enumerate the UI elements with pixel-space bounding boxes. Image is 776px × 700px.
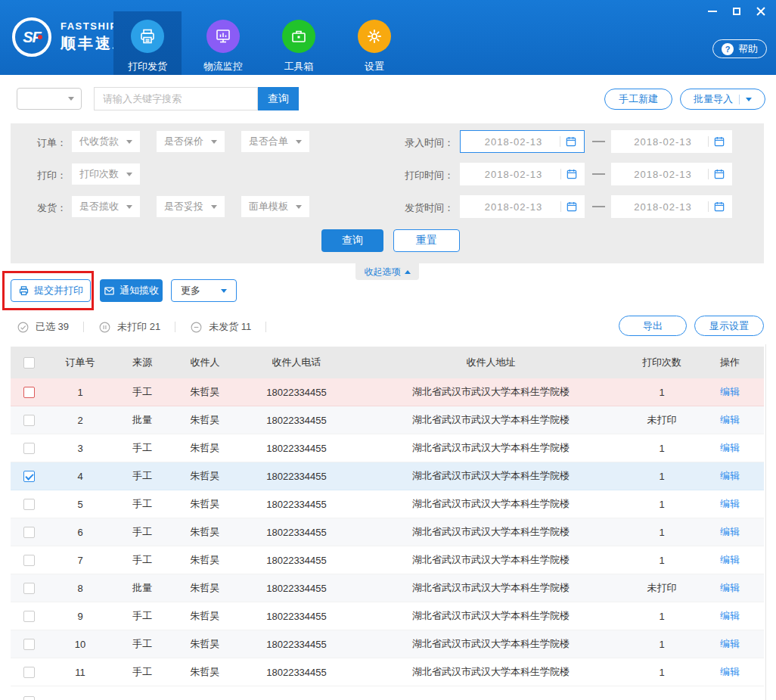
row-checkbox[interactable] [23,696,35,700]
table-row: 8 批量 朱哲昊 18022334455 湖北省武汉市武汉大学本科生学院楼 未打… [11,574,764,602]
nav-tab-settings[interactable]: 设置 [340,0,408,75]
dropdown-cod[interactable]: 代收货款 [72,131,140,152]
edit-link[interactable]: 编辑 [720,442,740,453]
dropdown-picked-up[interactable]: 是否揽收 [72,196,140,217]
cell-print-count: 1 [628,499,696,510]
help-button[interactable]: ? 帮助 [712,39,767,58]
row-checkbox[interactable] [23,471,35,482]
cell-order-id: 8 [47,583,113,594]
cell-phone: 18022334455 [239,443,354,454]
cell-address: 湖北省武汉市武汉大学本科生学院楼 [354,469,628,483]
keyword-query-button[interactable]: 查询 [258,87,299,110]
cell-recipient: 朱哲昊 [171,441,239,455]
cell-address: 湖北省武汉市武汉大学本科生学院楼 [354,665,628,679]
cell-source: 手工 [113,665,171,679]
row-checkbox[interactable] [23,415,35,426]
ship-time-to[interactable]: 2018-02-13 [611,195,732,218]
ship-filter-label: 发货： [12,201,67,215]
notify-pickup-button[interactable]: 通知揽收 [100,279,163,302]
filter-query-button[interactable]: 查询 [321,229,383,252]
table-row-partial [11,686,764,700]
edit-link[interactable]: 编辑 [720,498,740,509]
select-all-checkbox[interactable] [23,357,35,369]
row-checkbox[interactable] [23,639,35,650]
cell-order-id: 10 [47,639,113,650]
cell-source: 手工 [113,525,171,539]
filter-reset-button[interactable]: 重置 [393,229,460,252]
entry-time-from[interactable]: 2018-02-13 [460,130,585,153]
circled-pause-icon [98,321,111,334]
entry-time-label: 录入时间： [393,136,454,150]
row-checkbox[interactable] [23,499,35,510]
row-checkbox[interactable] [23,527,35,538]
display-settings-button[interactable]: 显示设置 [694,316,764,336]
cell-order-id: 9 [47,611,113,622]
sf-logo: SF [12,17,51,57]
dropdown-merge-order[interactable]: 是否合单 [241,131,309,152]
collapse-options-toggle[interactable]: 收起选项 [355,263,419,280]
col-header-print-count: 打印次数 [628,356,696,369]
printer-icon [18,285,29,297]
cell-address: 湖北省武汉市武汉大学本科生学院楼 [354,609,628,623]
edit-link[interactable]: 编辑 [720,386,740,397]
keyword-search-input[interactable] [94,87,258,110]
entry-time-to[interactable]: 2018-02-13 [611,130,732,153]
dropdown-waybill-template[interactable]: 面单模板 [241,196,309,217]
edit-link[interactable]: 编辑 [720,610,740,621]
header: SF FASTSHIP 顺丰速发 打印发货 [0,0,776,75]
window-controls [706,5,767,17]
row-checkbox[interactable] [23,583,35,594]
row-checkbox[interactable] [23,667,35,678]
print-time-to[interactable]: 2018-02-13 [611,163,732,185]
cell-address: 湖北省武汉市武汉大学本科生学院楼 [354,413,628,427]
date-range-dash [592,173,605,175]
maximize-icon[interactable] [731,5,743,17]
table-row: 3 手工 朱哲昊 18022334455 湖北省武汉市武汉大学本科生学院楼 1 … [11,434,764,462]
cell-recipient: 朱哲昊 [171,497,239,511]
print-time-from[interactable]: 2018-02-13 [460,163,585,185]
nav-label: 工具箱 [284,60,314,73]
batch-import-button[interactable]: 批量导入 [680,89,765,110]
edit-link[interactable]: 编辑 [720,470,740,481]
edit-link[interactable]: 编辑 [720,526,740,537]
dropdown-print-count[interactable]: 打印次数 [72,163,140,185]
gear-icon [358,20,391,53]
nav-tab-logistics-monitor[interactable]: 物流监控 [189,0,257,75]
edit-link[interactable]: 编辑 [720,638,740,649]
row-checkbox[interactable] [23,443,35,454]
row-checkbox[interactable] [23,611,35,622]
cell-order-id: 5 [47,499,113,510]
chevron-down-icon [126,173,132,176]
table-row: 10 手工 朱哲昊 18022334455 湖北省武汉市武汉大学本科生学院楼 1… [11,630,764,658]
chevron-down-icon [746,98,752,101]
nav-tab-print-ship[interactable]: 打印发货 [113,0,182,75]
calendar-icon [566,168,578,180]
cell-source: 批量 [113,581,171,595]
manual-create-button[interactable]: 手工新建 [604,89,672,110]
cell-source: 手工 [113,637,171,651]
cell-phone: 18022334455 [239,583,354,594]
search-category-dropdown[interactable] [17,88,82,110]
table-header: 订单号 来源 收件人 收件人电话 收件人地址 打印次数 操作 [11,347,764,378]
dropdown-insured[interactable]: 是否保价 [157,131,225,152]
ship-time-from[interactable]: 2018-02-13 [460,195,585,218]
cell-phone: 18022334455 [239,387,354,398]
dropdown-delivered[interactable]: 是否妥投 [157,196,225,217]
chevron-down-icon [296,140,302,144]
row-checkbox[interactable] [23,555,35,566]
edit-link[interactable]: 编辑 [720,414,740,425]
table-row: 5 手工 朱哲昊 18022334455 湖北省武汉市武汉大学本科生学院楼 1 … [11,490,764,518]
nav-tab-toolbox[interactable]: 工具箱 [265,0,333,75]
close-icon[interactable] [755,5,767,17]
ship-time-label: 发货时间： [393,201,454,215]
edit-link[interactable]: 编辑 [720,554,740,565]
cell-source: 手工 [113,497,171,511]
submit-and-print-button[interactable]: 提交并打印 [11,279,91,302]
edit-link[interactable]: 编辑 [720,582,740,593]
row-checkbox[interactable] [23,387,35,398]
cell-order-id: 4 [47,471,113,482]
edit-link[interactable]: 编辑 [720,666,740,677]
export-button[interactable]: 导出 [619,316,687,336]
more-dropdown[interactable]: 更多 [171,279,237,302]
minimize-icon[interactable] [706,5,719,17]
